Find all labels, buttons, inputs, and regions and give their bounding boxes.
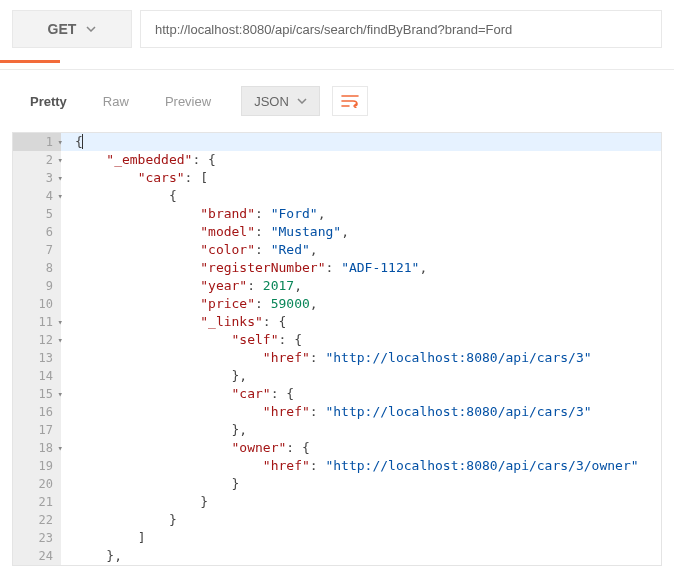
code-line[interactable]: 15 "car": {	[13, 385, 661, 403]
tab-raw[interactable]: Raw	[87, 88, 145, 115]
code-line[interactable]: 3 "cars": [	[13, 169, 661, 187]
request-bar: GET http://localhost:8080/api/cars/searc…	[0, 0, 674, 58]
line-number: 24	[13, 547, 61, 565]
wrap-icon	[341, 94, 359, 108]
line-number: 11	[13, 313, 61, 331]
format-dropdown[interactable]: JSON	[241, 86, 320, 116]
code-line[interactable]: 12 "self": {	[13, 331, 661, 349]
code-content: "href": "http://localhost:8080/api/cars/…	[61, 403, 661, 421]
code-line[interactable]: 18 "owner": {	[13, 439, 661, 457]
line-number: 10	[13, 295, 61, 313]
url-input[interactable]: http://localhost:8080/api/cars/search/fi…	[140, 10, 662, 48]
line-number: 21	[13, 493, 61, 511]
line-number: 5	[13, 205, 61, 223]
code-content: "self": {	[61, 331, 661, 349]
line-number: 4	[13, 187, 61, 205]
code-content: "car": {	[61, 385, 661, 403]
code-line[interactable]: 5 "brand": "Ford",	[13, 205, 661, 223]
code-content: "href": "http://localhost:8080/api/cars/…	[61, 349, 661, 367]
code-content: }	[61, 475, 661, 493]
code-line[interactable]: 10 "price": 59000,	[13, 295, 661, 313]
code-line[interactable]: 2 "_embedded": {	[13, 151, 661, 169]
code-line[interactable]: 20 }	[13, 475, 661, 493]
line-number: 14	[13, 367, 61, 385]
tab-pretty[interactable]: Pretty	[14, 88, 83, 115]
code-content: "price": 59000,	[61, 295, 661, 313]
code-line[interactable]: 8 "registerNumber": "ADF-1121",	[13, 259, 661, 277]
http-method-label: GET	[48, 21, 77, 37]
code-line[interactable]: 4 {	[13, 187, 661, 205]
code-line[interactable]: 19 "href": "http://localhost:8080/api/ca…	[13, 457, 661, 475]
code-content: "href": "http://localhost:8080/api/cars/…	[61, 457, 661, 475]
line-number: 6	[13, 223, 61, 241]
code-content: "registerNumber": "ADF-1121",	[61, 259, 661, 277]
code-line[interactable]: 14 },	[13, 367, 661, 385]
code-content: }	[61, 493, 661, 511]
line-number: 9	[13, 277, 61, 295]
line-number: 17	[13, 421, 61, 439]
json-viewer[interactable]: 1{2 "_embedded": {3 "cars": [4 {5 "brand…	[12, 132, 662, 566]
code-content: "brand": "Ford",	[61, 205, 661, 223]
code-line[interactable]: 17 },	[13, 421, 661, 439]
line-number: 8	[13, 259, 61, 277]
code-content: },	[61, 421, 661, 439]
code-content: ]	[61, 529, 661, 547]
code-content: },	[61, 367, 661, 385]
wrap-lines-button[interactable]	[332, 86, 368, 116]
http-method-dropdown[interactable]: GET	[12, 10, 132, 48]
code-line[interactable]: 23 ]	[13, 529, 661, 547]
code-line[interactable]: 16 "href": "http://localhost:8080/api/ca…	[13, 403, 661, 421]
line-number: 23	[13, 529, 61, 547]
line-number: 12	[13, 331, 61, 349]
code-content: "cars": [	[61, 169, 661, 187]
code-line[interactable]: 7 "color": "Red",	[13, 241, 661, 259]
line-number: 16	[13, 403, 61, 421]
url-text: http://localhost:8080/api/cars/search/fi…	[155, 22, 512, 37]
tab-preview[interactable]: Preview	[149, 88, 227, 115]
chevron-down-icon	[86, 26, 96, 32]
chevron-down-icon	[297, 98, 307, 104]
format-label: JSON	[254, 94, 289, 109]
code-content: "_embedded": {	[61, 151, 661, 169]
line-number: 2	[13, 151, 61, 169]
code-line[interactable]: 24 },	[13, 547, 661, 565]
line-number: 15	[13, 385, 61, 403]
code-content: },	[61, 547, 661, 565]
line-number: 19	[13, 457, 61, 475]
code-content: {	[61, 187, 661, 205]
code-line[interactable]: 21 }	[13, 493, 661, 511]
code-content: }	[61, 511, 661, 529]
code-content: {	[61, 133, 661, 151]
line-number: 18	[13, 439, 61, 457]
code-content: "model": "Mustang",	[61, 223, 661, 241]
code-line[interactable]: 6 "model": "Mustang",	[13, 223, 661, 241]
line-number: 22	[13, 511, 61, 529]
code-line[interactable]: 11 "_links": {	[13, 313, 661, 331]
code-content: "color": "Red",	[61, 241, 661, 259]
code-line[interactable]: 9 "year": 2017,	[13, 277, 661, 295]
response-tabs: Pretty Raw Preview JSON	[0, 70, 674, 126]
code-line[interactable]: 13 "href": "http://localhost:8080/api/ca…	[13, 349, 661, 367]
code-content: "year": 2017,	[61, 277, 661, 295]
code-content: "owner": {	[61, 439, 661, 457]
line-number: 1	[13, 133, 61, 151]
line-number: 13	[13, 349, 61, 367]
line-number: 7	[13, 241, 61, 259]
active-tab-indicator	[0, 60, 60, 63]
line-number: 3	[13, 169, 61, 187]
line-number: 20	[13, 475, 61, 493]
code-content: "_links": {	[61, 313, 661, 331]
code-line[interactable]: 22 }	[13, 511, 661, 529]
code-line[interactable]: 1{	[13, 133, 661, 151]
